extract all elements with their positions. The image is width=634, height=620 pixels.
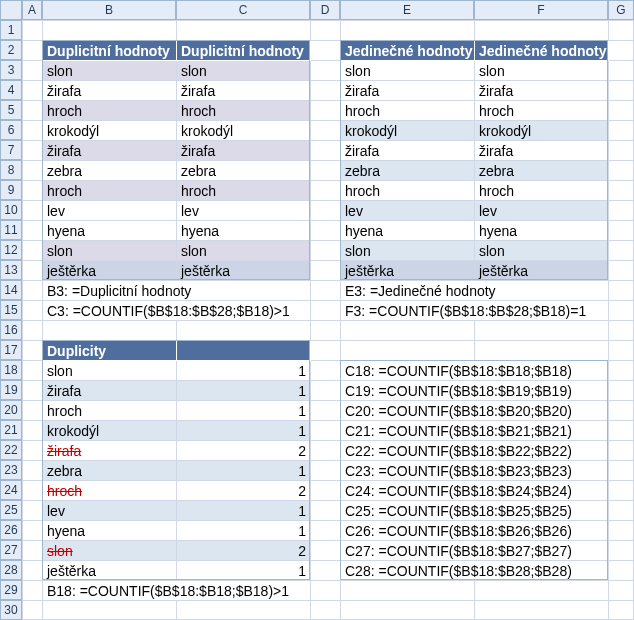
table-header[interactable]: Duplicitní hodnoty [177, 41, 311, 61]
row-header[interactable]: 10 [0, 200, 22, 220]
table-cell[interactable]: hyena [341, 221, 475, 241]
row-header[interactable]: 7 [0, 140, 22, 160]
cell[interactable] [609, 61, 635, 81]
cell[interactable] [609, 361, 635, 381]
cell[interactable] [609, 201, 635, 221]
table-cell[interactable]: žirafa [475, 81, 609, 101]
table-cell[interactable]: zebra [475, 161, 609, 181]
col-header-D[interactable]: D [310, 0, 340, 20]
formula-note[interactable]: C23: =COUNTIF($B$18:$B23;$B23) [341, 461, 609, 481]
cell[interactable] [311, 181, 341, 201]
cell[interactable] [23, 521, 43, 541]
col-header-F[interactable]: F [474, 0, 608, 20]
cell[interactable] [609, 541, 635, 561]
cell[interactable] [609, 41, 635, 61]
col-header-C[interactable]: C [176, 0, 310, 20]
row-header[interactable]: 3 [0, 60, 22, 80]
row-header[interactable]: 25 [0, 500, 22, 520]
row-header[interactable]: 20 [0, 400, 22, 420]
table-cell[interactable]: 1 [177, 561, 311, 581]
table-cell[interactable]: ještěrka [43, 561, 177, 581]
cell[interactable] [23, 501, 43, 521]
table-cell[interactable]: lev [43, 501, 177, 521]
cell[interactable] [609, 601, 635, 621]
cell[interactable] [43, 321, 177, 341]
row-header[interactable]: 14 [0, 280, 22, 300]
table-cell[interactable]: krokodýl [177, 121, 311, 141]
table-cell[interactable]: slon [43, 541, 177, 561]
table-cell[interactable]: zebra [43, 161, 177, 181]
table-cell[interactable]: hroch [43, 481, 177, 501]
cell[interactable] [311, 41, 341, 61]
row-header[interactable]: 22 [0, 440, 22, 460]
cell[interactable] [311, 381, 341, 401]
cell[interactable] [23, 321, 43, 341]
cell[interactable] [475, 21, 609, 41]
cell[interactable] [609, 81, 635, 101]
cell[interactable] [311, 301, 341, 321]
table-cell[interactable]: hroch [475, 181, 609, 201]
table-cell[interactable]: hroch [43, 101, 177, 121]
formula-note[interactable]: B18: =COUNTIF($B$18:$B18;$B18)>1 [43, 581, 311, 601]
table-cell[interactable]: hroch [341, 101, 475, 121]
table-header[interactable]: Duplicitní hodnoty [43, 41, 177, 61]
cell[interactable] [609, 481, 635, 501]
table-cell[interactable]: slon [475, 241, 609, 261]
table-cell[interactable]: lev [177, 201, 311, 221]
cell[interactable] [609, 581, 635, 601]
table-cell[interactable]: 2 [177, 541, 311, 561]
cell[interactable] [609, 401, 635, 421]
col-header-G[interactable]: G [608, 0, 634, 20]
row-header[interactable]: 8 [0, 160, 22, 180]
table-cell[interactable]: slon [341, 61, 475, 81]
table-cell[interactable]: lev [43, 201, 177, 221]
cell[interactable] [23, 341, 43, 361]
cell[interactable] [609, 321, 635, 341]
cell[interactable] [609, 501, 635, 521]
cell[interactable] [311, 201, 341, 221]
cell[interactable] [177, 341, 311, 361]
table-cell[interactable]: 1 [177, 421, 311, 441]
table-cell[interactable]: hyena [43, 221, 177, 241]
row-header[interactable]: 15 [0, 300, 22, 320]
cell[interactable] [609, 121, 635, 141]
formula-note[interactable]: C25: =COUNTIF($B$18:$B25;$B25) [341, 501, 609, 521]
cell[interactable] [23, 41, 43, 61]
cell[interactable] [311, 581, 341, 601]
table-cell[interactable]: žirafa [43, 141, 177, 161]
cell[interactable] [23, 361, 43, 381]
row-header[interactable]: 18 [0, 360, 22, 380]
cell[interactable] [475, 581, 609, 601]
select-all-corner[interactable] [0, 0, 22, 20]
cell[interactable] [609, 301, 635, 321]
cell[interactable] [609, 341, 635, 361]
table-cell[interactable]: hroch [341, 181, 475, 201]
cell[interactable] [23, 241, 43, 261]
row-header[interactable]: 17 [0, 340, 22, 360]
table-cell[interactable]: 1 [177, 381, 311, 401]
row-header[interactable]: 24 [0, 480, 22, 500]
table-cell[interactable]: 2 [177, 481, 311, 501]
cell[interactable] [23, 481, 43, 501]
table-cell[interactable]: žirafa [177, 141, 311, 161]
formula-note[interactable]: B3: =Duplicitní hodnoty [43, 281, 311, 301]
formula-note[interactable]: C26: =COUNTIF($B$18:$B26;$B26) [341, 521, 609, 541]
table-cell[interactable]: žirafa [341, 81, 475, 101]
cell[interactable] [311, 281, 341, 301]
row-header[interactable]: 29 [0, 580, 22, 600]
table-cell[interactable]: ještěrka [177, 261, 311, 281]
cell[interactable] [609, 281, 635, 301]
formula-note[interactable]: C19: =COUNTIF($B$18:$B19;$B19) [341, 381, 609, 401]
col-header-B[interactable]: B [42, 0, 176, 20]
formula-note[interactable]: F3: =COUNTIF($B$18:$B$28;$B18)=1 [341, 301, 609, 321]
cell[interactable] [609, 241, 635, 261]
formula-note[interactable]: C20: =COUNTIF($B$18:$B20;$B20) [341, 401, 609, 421]
cell[interactable] [311, 261, 341, 281]
row-header[interactable]: 23 [0, 460, 22, 480]
cell[interactable] [311, 221, 341, 241]
col-header-A[interactable]: A [22, 0, 42, 20]
cell[interactable] [23, 541, 43, 561]
cell[interactable] [23, 181, 43, 201]
table-cell[interactable]: krokodýl [341, 121, 475, 141]
table-cell[interactable]: hyena [43, 521, 177, 541]
